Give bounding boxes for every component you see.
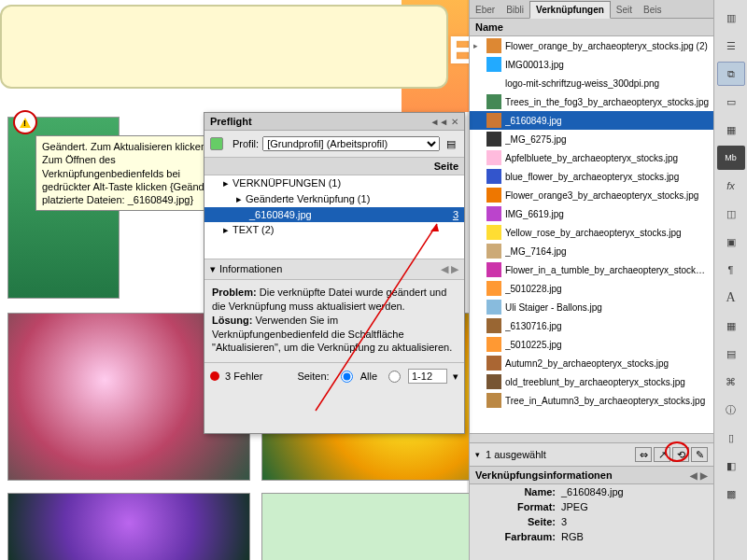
pages-panel-icon[interactable]: ▥ (717, 6, 745, 30)
preflight-columns: Seite (204, 157, 464, 175)
pages-range-radio[interactable] (388, 371, 401, 383)
preflight-panel: Preflight ◄◄ ✕ Profil: [Grundprofil] (Ar… (204, 112, 465, 434)
paragraph-panel-icon[interactable]: ¶ (717, 258, 745, 282)
link-row[interactable]: Autumn2_by_archaeopteryx_stocks.jpg (470, 354, 713, 372)
placed-image-4[interactable] (7, 493, 250, 560)
links-column-header[interactable]: Name (470, 19, 713, 36)
link-row[interactable]: blue_flower_by_archaeopteryx_stocks.jpg (470, 167, 713, 186)
col-page[interactable]: Seite (434, 161, 458, 172)
yellow-frame[interactable] (0, 5, 448, 89)
link-row[interactable]: _6130716.jpg (470, 316, 713, 335)
link-info-row: Farbraum:RGB (470, 529, 713, 544)
pages-menu-icon[interactable]: ▾ (453, 371, 458, 383)
preflight-status-bar: 3 Fehler Seiten: Alle 1-12 ▾ (204, 362, 464, 389)
stroke-panel-icon[interactable]: ▭ (717, 90, 745, 114)
profile-select[interactable]: [Grundprofil] (Arbeitsprofil) (262, 136, 440, 151)
mb-panel-icon[interactable]: Mb (717, 146, 745, 170)
link-info-row: Seite:3 (470, 514, 713, 529)
link-row[interactable]: Flower_orange3_by_archaeopteryx_stocks.j… (470, 186, 713, 204)
gradient-panel-icon[interactable]: ▩ (717, 482, 745, 506)
story-panel-icon[interactable]: ⌘ (717, 370, 745, 394)
link-row[interactable]: _6160849.jpg (470, 111, 713, 130)
error-status-icon (210, 371, 219, 381)
layers-panel-icon[interactable]: ☰ (717, 34, 745, 58)
links-panel-icon[interactable]: ⧉ (717, 62, 745, 86)
link-info-list: Name:_6160849.jpgFormat:JPEGSeite:3Farbr… (470, 484, 713, 544)
info-body: Problem: Die verknüpfte Datei wurde geän… (204, 280, 464, 362)
warning-icon (20, 118, 31, 128)
links-list[interactable]: ▸Flower_orange_by_archaeopteryx_stocks.j… (470, 36, 713, 433)
info-panel-icon[interactable]: ⓘ (717, 398, 745, 422)
right-toolstrip: ▥ ☰ ⧉ ▭ ▦ Mb fx ◫ ▣ ¶ A ▦ ▤ ⌘ ⓘ ▯ ◧ ▩ (713, 0, 747, 560)
preflight-toggle[interactable] (210, 137, 223, 150)
link-row[interactable]: old_treeblunt_by_archaeopteryx_stocks.jp… (470, 372, 713, 391)
link-row[interactable]: Trees_in_the_fog3_by_archaeopteryx_stock… (470, 92, 713, 111)
error-count: 3 Fehler (225, 371, 262, 382)
link-row[interactable]: Tree_in_Autumn3_by_archaeopteryx_stocks.… (470, 391, 713, 410)
link-row[interactable]: _MG_6275.jpg (470, 130, 713, 148)
update-link-button[interactable]: ⟲ (672, 447, 689, 462)
swatches-panel-icon[interactable]: ▦ (717, 118, 745, 142)
profile-label: Profil: (233, 138, 259, 149)
tab-seit[interactable]: Seit (611, 2, 638, 18)
error-page-link[interactable]: 3 (453, 209, 458, 220)
character-panel-icon[interactable]: A (717, 286, 745, 310)
link-row[interactable]: IMG_6619.jpg (470, 204, 713, 223)
link-row[interactable]: _5010228.jpg (470, 279, 713, 298)
pages-all-radio[interactable] (341, 371, 353, 383)
placed-image-5[interactable] (261, 493, 504, 560)
link-info-header[interactable]: Verknüpfungsinformationen ◀ ▶ (470, 466, 713, 484)
pages-range-input[interactable]: 1-12 (408, 369, 447, 384)
profile-embed-icon[interactable]: ▤ (444, 138, 458, 150)
preflight-error-tree[interactable]: ▸VERKNÜPFUNGEN (1) ▸Geänderte Verknüpfun… (204, 175, 464, 259)
tree-text-group[interactable]: ▸TEXT (2) (204, 222, 464, 238)
align-panel-icon[interactable]: ▣ (717, 230, 745, 254)
tab-bibli[interactable]: Bibli (500, 2, 529, 18)
link-row[interactable]: ▸Flower_orange_by_archaeopteryx_stocks.j… (470, 36, 713, 55)
preflight-title: Preflight (210, 116, 252, 127)
links-status-bar: ▾ 1 ausgewählt ⇔ ↗ ⟲ ✎ (470, 442, 713, 466)
link-row[interactable]: Uli Staiger - Ballons.jpg (470, 298, 713, 316)
panel-tabs: EberBibliVerknüpfungenSeitBeis (470, 0, 713, 19)
link-row[interactable]: _MG_7164.jpg (470, 242, 713, 260)
modified-link-badge[interactable] (13, 110, 37, 134)
color-panel-icon[interactable]: ◧ (717, 454, 745, 478)
text-wrap-icon[interactable]: ▤ (717, 342, 745, 366)
tree-error-file[interactable]: _6160849.jpg3 (204, 207, 464, 222)
link-row[interactable]: IMG00013.jpg (470, 55, 713, 74)
tab-eber[interactable]: Eber (470, 2, 500, 18)
link-row[interactable]: _5010225.jpg (470, 335, 713, 354)
link-info-row: Format:JPEG (470, 499, 713, 514)
effects-panel-icon[interactable]: fx (717, 174, 745, 198)
selected-count: 1 ausgewählt (486, 449, 546, 460)
info-nav-arrows[interactable]: ◀ ▶ (441, 263, 458, 275)
link-row[interactable]: logo-mit-schriftzug-weiss_300dpi.png (470, 74, 713, 92)
tree-modified-group[interactable]: ▸Geänderte Verknüpfung (1) (204, 191, 464, 207)
links-panel: EberBibliVerknüpfungenSeitBeis Name ▸Flo… (469, 0, 713, 560)
link-warning-tooltip: Geändert. Zum Aktualisieren klicken. Zum… (35, 135, 232, 211)
edit-original-button[interactable]: ✎ (691, 447, 708, 462)
link-row[interactable]: Apfelbluete_by_archaeopteryx_stocks.jpg (470, 148, 713, 167)
links-scrollbar[interactable] (470, 433, 713, 442)
pages-label: Seiten: (297, 371, 329, 382)
relink-button[interactable]: ⇔ (635, 447, 652, 462)
table-panel-icon[interactable]: ▦ (717, 314, 745, 338)
link-info-nav[interactable]: ◀ ▶ (690, 470, 708, 481)
goto-link-button[interactable]: ↗ (654, 447, 670, 462)
preflight-titlebar[interactable]: Preflight ◄◄ ✕ (204, 113, 464, 131)
link-info-row: Name:_6160849.jpg (470, 484, 713, 499)
library-panel-icon[interactable]: ▯ (717, 426, 745, 450)
object-styles-icon[interactable]: ◫ (717, 202, 745, 226)
tab-beis[interactable]: Beis (638, 2, 667, 18)
link-row[interactable]: Flower_in_a_tumble_by_archaeopteryx_stoc… (470, 260, 713, 279)
tree-links-group[interactable]: ▸VERKNÜPFUNGEN (1) (204, 175, 464, 191)
tab-verknüpfungen[interactable]: Verknüpfungen (529, 1, 611, 19)
link-row[interactable]: Yellow_rose_by_archaeopteryx_stocks.jpg (470, 223, 713, 242)
panel-window-controls[interactable]: ◄◄ ✕ (430, 117, 458, 127)
info-section-header[interactable]: ▾Informationen ◀ ▶ (204, 259, 464, 280)
